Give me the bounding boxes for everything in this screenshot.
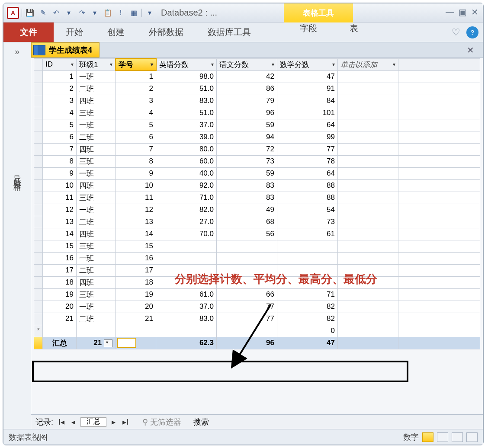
column-header-chinese[interactable]: 语文分数▾ xyxy=(217,58,277,70)
cell-chn[interactable]: 96 xyxy=(217,107,277,119)
cell-add[interactable] xyxy=(338,95,398,107)
cell-id[interactable]: 5 xyxy=(43,119,77,131)
row-selector[interactable] xyxy=(34,95,43,107)
cell-math[interactable]: 61 xyxy=(277,228,338,240)
cell-math[interactable]: 101 xyxy=(277,107,338,119)
cell-id[interactable]: 21 xyxy=(43,313,77,325)
table-row[interactable]: 3四班383.07984 xyxy=(34,95,480,107)
cell-chn[interactable] xyxy=(217,240,277,252)
cell-eng[interactable]: 98.0 xyxy=(156,70,217,83)
cell-add[interactable] xyxy=(338,288,398,301)
cell-eng[interactable]: 60.0 xyxy=(156,155,217,167)
table-row[interactable]: 7四班780.07277 xyxy=(34,143,480,155)
cell-sid[interactable]: 21 xyxy=(116,313,156,325)
cell-sid[interactable]: 18 xyxy=(116,276,156,288)
cell-id[interactable]: 11 xyxy=(43,192,77,204)
cell-eng[interactable]: 51.0 xyxy=(156,107,217,119)
cell-chn[interactable]: 73 xyxy=(217,155,277,167)
cell-eng[interactable]: 27.0 xyxy=(156,216,217,228)
cell-add[interactable] xyxy=(338,70,398,83)
search-label[interactable]: 搜索 xyxy=(193,417,209,427)
cell-chn[interactable]: 72 xyxy=(217,143,277,155)
undo-icon[interactable]: ↶ xyxy=(51,8,61,18)
bang-icon[interactable]: ! xyxy=(116,8,126,18)
cell-chn[interactable]: 56 xyxy=(217,228,277,240)
cell-sid[interactable]: 3 xyxy=(116,95,156,107)
cell-add[interactable] xyxy=(338,252,398,264)
cell-eng[interactable]: 37.0 xyxy=(156,119,217,131)
cell-add[interactable] xyxy=(338,264,398,276)
cell-class[interactable]: 四班 xyxy=(77,143,116,155)
cell-add[interactable] xyxy=(338,204,398,216)
nav-first-icon[interactable]: I◂ xyxy=(57,417,66,427)
row-selector[interactable] xyxy=(34,264,43,276)
qat-more-icon[interactable]: ▾ xyxy=(144,8,155,18)
cell-math[interactable]: 73 xyxy=(277,216,338,228)
nav-prev-icon[interactable]: ◂ xyxy=(70,417,77,427)
cell-sid[interactable]: 10 xyxy=(116,179,156,192)
table-row[interactable]: 1一班198.04247 xyxy=(34,70,480,83)
cell-math[interactable]: 82 xyxy=(277,301,338,313)
row-selector[interactable] xyxy=(34,143,43,155)
cell-add[interactable] xyxy=(338,276,398,288)
chevron-down-icon[interactable]: ▾ xyxy=(211,61,214,67)
cell-sid[interactable]: 15 xyxy=(116,240,156,252)
cell-id[interactable]: 6 xyxy=(43,131,77,143)
row-selector[interactable] xyxy=(34,228,43,240)
cell-math[interactable]: 91 xyxy=(277,83,338,95)
cell-math[interactable]: 54 xyxy=(277,204,338,216)
cell-id[interactable]: 15 xyxy=(43,240,77,252)
cell-chn[interactable]: 66 xyxy=(217,288,277,301)
row-selector[interactable] xyxy=(34,107,43,119)
cell-chn[interactable]: 77 xyxy=(217,313,277,325)
table-row[interactable]: 17二班17 xyxy=(34,264,480,276)
cell-sid[interactable]: 11 xyxy=(116,192,156,204)
cell-eng[interactable] xyxy=(156,276,217,288)
column-header-add[interactable]: 单击以添加▾ xyxy=(338,58,398,70)
expand-nav-icon[interactable]: » xyxy=(15,47,19,57)
row-selector[interactable] xyxy=(34,216,43,228)
cell-sid[interactable]: 7 xyxy=(116,143,156,155)
brush-icon[interactable]: ✎ xyxy=(38,8,48,18)
cell-add[interactable] xyxy=(338,155,398,167)
cell-add[interactable] xyxy=(338,228,398,240)
cell-class[interactable]: 一班 xyxy=(77,204,116,216)
table-row[interactable]: 13二班1327.06873 xyxy=(34,216,480,228)
chevron-down-icon[interactable]: ▾ xyxy=(151,61,153,67)
cell-math[interactable]: 88 xyxy=(277,179,338,192)
data-grid[interactable]: ID▾ 班级1▾ 学号▾ 英语分数▾ 语文分数▾ 数学分数▾ 单击以添加▾ 1一… xyxy=(34,58,480,349)
cell-chn[interactable]: 79 xyxy=(217,95,277,107)
cell-eng[interactable]: 82.0 xyxy=(156,204,217,216)
cell-id[interactable]: 14 xyxy=(43,228,77,240)
cell-chn[interactable]: 59 xyxy=(217,119,277,131)
cell-sid[interactable]: 17 xyxy=(116,264,156,276)
view-design-icon[interactable] xyxy=(466,432,478,442)
totals-row[interactable]: 汇总21 62.39647 xyxy=(34,337,480,349)
redo-icon[interactable]: ↷ xyxy=(77,8,87,18)
chevron-down-icon[interactable]: ▾ xyxy=(71,61,74,67)
cell-class[interactable]: 四班 xyxy=(77,179,116,192)
row-selector[interactable] xyxy=(34,179,43,192)
cell-id[interactable]: 2 xyxy=(43,83,77,95)
cell-class[interactable]: 二班 xyxy=(77,313,116,325)
cell-math[interactable]: 78 xyxy=(277,155,338,167)
cell-sid[interactable]: 20 xyxy=(116,301,156,313)
row-selector[interactable] xyxy=(34,204,43,216)
cell-eng[interactable]: 61.0 xyxy=(156,288,217,301)
cell-class[interactable]: 三班 xyxy=(77,155,116,167)
cell-class[interactable]: 四班 xyxy=(77,276,116,288)
redo-dropdown-icon[interactable]: ▾ xyxy=(90,8,100,18)
cell-class[interactable]: 四班 xyxy=(77,95,116,107)
cell-sid[interactable]: 19 xyxy=(116,288,156,301)
table-row[interactable]: 14四班1470.05661 xyxy=(34,228,480,240)
cell-eng[interactable]: 37.0 xyxy=(156,301,217,313)
totals-eng[interactable]: 62.3 xyxy=(156,337,217,349)
table-row[interactable]: 8三班860.07378 xyxy=(34,155,480,167)
cell-class[interactable]: 三班 xyxy=(77,288,116,301)
tab-file[interactable]: 文件 xyxy=(3,22,54,42)
cell-add[interactable] xyxy=(338,301,398,313)
cell-class[interactable]: 三班 xyxy=(77,192,116,204)
cell-sid[interactable]: 12 xyxy=(116,204,156,216)
table-row[interactable]: 15三班15 xyxy=(34,240,480,252)
table-row[interactable]: 18四班18 xyxy=(34,276,480,288)
